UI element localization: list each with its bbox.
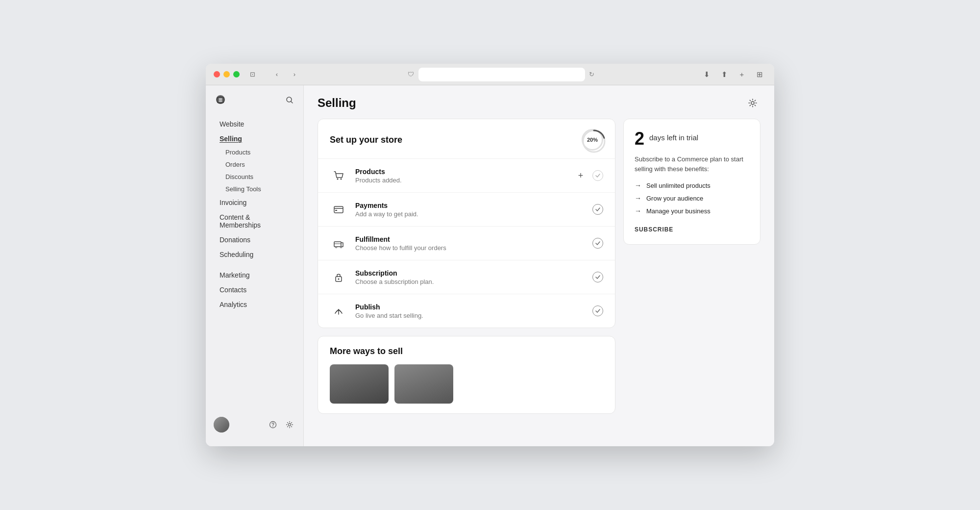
cart-icon: [330, 167, 347, 184]
trial-header: 2 days left in trial: [635, 130, 749, 148]
svg-text:?: ?: [271, 422, 274, 428]
step-publish-desc: Go live and start selling.: [355, 312, 585, 319]
bottom-icons: ?: [267, 419, 295, 431]
trial-benefits: → Sell unlimited products → Grow your au…: [635, 181, 749, 215]
step-products[interactable]: Products Products added. +: [318, 158, 615, 192]
benefit-3-text: Manage your business: [646, 207, 710, 215]
more-ways-image-1: [330, 364, 389, 404]
sidebar-subitem-products[interactable]: Products: [210, 146, 299, 158]
sidebar-item-website[interactable]: Website: [210, 117, 299, 131]
sidebar-item-content-memberships[interactable]: Content & Memberships: [210, 210, 299, 232]
benefit-arrow-1: →: [635, 181, 641, 189]
share-button[interactable]: ⬆: [717, 68, 731, 81]
svg-point-19: [338, 279, 340, 280]
sidebar-item-contacts[interactable]: Contacts: [210, 282, 299, 297]
search-button[interactable]: [284, 94, 295, 106]
sidebar-item-scheduling[interactable]: Scheduling: [210, 247, 299, 262]
shield-icon: 🛡: [407, 71, 415, 78]
refresh-button[interactable]: ↻: [589, 71, 594, 78]
squarespace-logo: [214, 93, 227, 107]
svg-rect-14: [334, 242, 341, 247]
sidebar-subitem-discounts[interactable]: Discounts: [210, 171, 299, 183]
subscribe-button[interactable]: SUBSCRIBE: [635, 226, 673, 233]
svg-point-16: [341, 247, 342, 248]
step-subscription-title: Subscription: [355, 269, 585, 277]
step-fulfillment-desc: Choose how to fulfill your orders: [355, 244, 585, 252]
main-content: Selling Set up your store: [304, 85, 774, 446]
sidebar: Website Selling Products Orders Discount…: [206, 85, 304, 446]
sidebar-item-analytics[interactable]: Analytics: [210, 297, 299, 312]
sidebar-item-selling[interactable]: Selling: [210, 131, 299, 146]
browser-chrome: ⊡ ‹ › 🛡 ↻ ⬇ ⬆ + ⊞: [206, 64, 774, 85]
svg-point-5: [289, 424, 291, 426]
sidebar-subitem-selling-tools[interactable]: Selling Tools: [210, 183, 299, 195]
close-button[interactable]: [214, 71, 220, 77]
svg-line-2: [291, 102, 293, 103]
step-payments[interactable]: Payments Add a way to get paid.: [318, 192, 615, 226]
store-setup-header: Set up your store 20%: [318, 119, 615, 158]
avatar-image: [214, 417, 229, 433]
download-button[interactable]: ⬇: [700, 68, 713, 81]
step-payments-text: Payments Add a way to get paid.: [355, 202, 585, 218]
sidebar-item-invoicing[interactable]: Invoicing: [210, 195, 299, 210]
lock-icon: [330, 268, 347, 286]
sidebar-item-donations[interactable]: Donations: [210, 232, 299, 247]
benefit-2-text: Grow your audience: [646, 195, 703, 202]
step-fulfillment-actions: [592, 238, 603, 249]
svg-point-6: [751, 102, 754, 104]
tab-overview-button[interactable]: ⊞: [753, 68, 766, 81]
payments-check: [592, 204, 603, 215]
avatar[interactable]: [214, 417, 229, 433]
more-ways-images: [330, 364, 603, 404]
fulfillment-check: [592, 238, 603, 249]
progress-text: 20%: [587, 137, 598, 143]
svg-rect-13: [335, 210, 337, 211]
more-ways-title: More ways to sell: [330, 346, 603, 357]
trial-card: 2 days left in trial Subscribe to a Comm…: [623, 119, 760, 245]
page-settings-button[interactable]: [745, 95, 760, 111]
store-setup-title: Set up your store: [330, 135, 402, 145]
benefit-2: → Grow your audience: [635, 194, 749, 202]
right-panel: 2 days left in trial Subscribe to a Comm…: [623, 119, 760, 434]
more-ways-card: More ways to sell: [318, 336, 615, 414]
browser-actions: ⬇ ⬆ + ⊞: [700, 68, 766, 81]
step-products-title: Products: [355, 168, 566, 176]
address-bar[interactable]: [418, 68, 585, 81]
page-header: Selling: [304, 85, 774, 119]
benefit-arrow-2: →: [635, 194, 641, 202]
step-publish[interactable]: Publish Go live and start selling.: [318, 294, 615, 328]
step-subscription-desc: Choose a subscription plan.: [355, 278, 585, 285]
traffic-lights: [214, 71, 240, 77]
svg-point-15: [336, 247, 337, 248]
new-tab-button[interactable]: +: [735, 68, 749, 81]
forward-button[interactable]: ›: [288, 68, 301, 81]
svg-rect-11: [334, 206, 343, 213]
step-payments-title: Payments: [355, 202, 585, 209]
benefit-3: → Manage your business: [635, 207, 749, 215]
nav-section: Website Selling Products Orders Discount…: [206, 115, 303, 314]
help-button[interactable]: ?: [267, 419, 279, 431]
more-ways-image-2: [394, 364, 453, 404]
maximize-button[interactable]: [233, 71, 240, 77]
step-subscription-actions: [592, 272, 603, 282]
add-product-button[interactable]: +: [574, 169, 588, 182]
step-payments-actions: [592, 204, 603, 215]
minimize-button[interactable]: [223, 71, 230, 77]
svg-point-10: [341, 178, 342, 180]
svg-point-9: [337, 178, 339, 180]
page-title: Selling: [318, 96, 356, 110]
step-publish-actions: [592, 306, 603, 316]
settings-button[interactable]: [284, 419, 295, 431]
fulfillment-icon: [330, 234, 347, 252]
sidebar-subitem-orders[interactable]: Orders: [210, 158, 299, 171]
publish-check: [592, 306, 603, 316]
benefit-1-text: Sell unlimited products: [646, 182, 710, 189]
back-button[interactable]: ‹: [270, 68, 284, 81]
step-fulfillment[interactable]: Fulfillment Choose how to fulfill your o…: [318, 226, 615, 260]
sidebar-item-marketing[interactable]: Marketing: [210, 268, 299, 282]
sidebar-toggle-button[interactable]: ⊡: [245, 68, 259, 81]
payment-icon: [330, 201, 347, 218]
sidebar-bottom: ?: [206, 411, 303, 438]
browser-window: ⊡ ‹ › 🛡 ↻ ⬇ ⬆ + ⊞: [206, 64, 774, 446]
step-subscription[interactable]: Subscription Choose a subscription plan.: [318, 260, 615, 294]
